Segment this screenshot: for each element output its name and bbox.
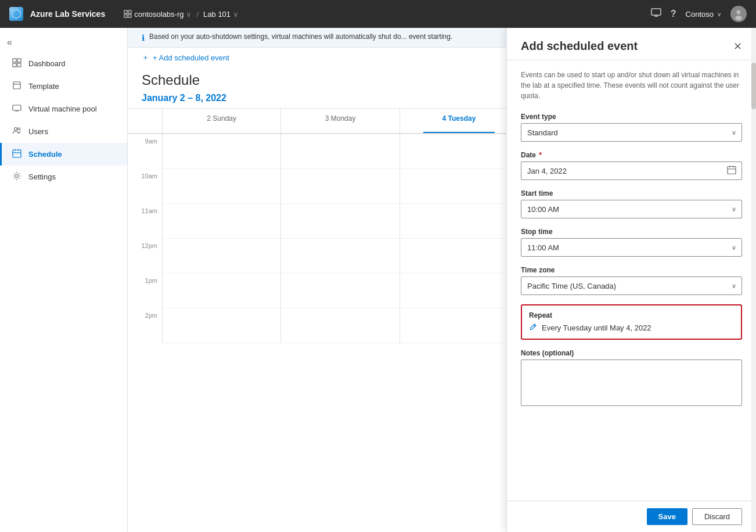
cal-header-monday: 3 Monday bbox=[281, 109, 399, 134]
repeat-edit-icon[interactable] bbox=[529, 323, 537, 333]
cal-cell-mon-9 bbox=[281, 134, 399, 169]
avatar[interactable] bbox=[730, 6, 747, 22]
event-type-value: Standard bbox=[527, 128, 558, 137]
time-2pm: 2pm bbox=[128, 308, 163, 343]
stop-time-select[interactable]: 11:00 AM bbox=[521, 238, 742, 257]
start-time-group: Start time 10:00 AM ∨ bbox=[521, 189, 742, 218]
user-menu[interactable]: Contoso ∨ bbox=[686, 10, 721, 19]
schedule-icon bbox=[11, 149, 23, 160]
timezone-select-wrapper: Pacific Time (US, Canada) ∨ bbox=[521, 276, 742, 295]
stop-time-label: Stop time bbox=[521, 228, 742, 236]
tuesday-label: 4 Tuesday bbox=[442, 114, 476, 123]
save-button[interactable]: Save bbox=[647, 508, 687, 525]
resource-group-link[interactable]: contosolabs-rg bbox=[134, 10, 183, 19]
start-time-label: Start time bbox=[521, 189, 742, 197]
cal-cell-tue-9 bbox=[400, 134, 519, 169]
time-11am: 11am bbox=[128, 204, 163, 239]
time-12pm: 12pm bbox=[128, 239, 163, 274]
repeat-section: Repeat Every Tuesday until May 4, 2022 bbox=[521, 304, 742, 340]
sidebar-collapse-button[interactable]: « bbox=[0, 33, 127, 52]
svg-rect-16 bbox=[13, 105, 21, 110]
start-time-select[interactable]: 10:00 AM bbox=[521, 200, 742, 218]
monday-label: 3 Monday bbox=[325, 114, 356, 123]
cal-cell-mon-10 bbox=[281, 169, 399, 204]
cal-cell-mon-2 bbox=[281, 308, 399, 343]
sidebar-item-settings[interactable]: Settings bbox=[0, 166, 127, 188]
repeat-value-text: Every Tuesday until May 4, 2022 bbox=[542, 323, 651, 332]
main-content: ℹ Based on your auto-shutdown settings, … bbox=[128, 28, 756, 532]
sidebar-item-dashboard[interactable]: Dashboard bbox=[0, 52, 127, 75]
cal-cell-sun-10 bbox=[163, 169, 281, 204]
svg-rect-0 bbox=[124, 10, 127, 13]
date-value: Jan 4, 2022 bbox=[527, 167, 567, 175]
date-group: Date * Jan 4, 2022 bbox=[521, 151, 742, 180]
repeat-value-row: Every Tuesday until May 4, 2022 bbox=[529, 323, 734, 333]
sidebar-item-users[interactable]: Users bbox=[0, 120, 127, 143]
cal-header-empty bbox=[128, 109, 163, 134]
panel-description: Events can be used to start up and/or sh… bbox=[521, 70, 742, 101]
svg-point-19 bbox=[18, 128, 20, 130]
panel-scrollbar-thumb bbox=[751, 63, 756, 109]
svg-point-9 bbox=[735, 16, 742, 20]
time-9am: 9am bbox=[128, 134, 163, 169]
event-type-label: Event type bbox=[521, 113, 742, 121]
cal-cell-tue-12 bbox=[400, 239, 519, 274]
users-label: Users bbox=[28, 127, 48, 136]
cal-cell-mon-12 bbox=[281, 239, 399, 274]
lab-link[interactable]: Lab 101 bbox=[203, 10, 231, 19]
info-icon: ℹ bbox=[142, 33, 145, 42]
topbar: Azure Lab Services contosolabs-rg ∨ / La… bbox=[0, 0, 756, 28]
svg-rect-13 bbox=[17, 63, 21, 67]
help-icon[interactable]: ? bbox=[671, 9, 676, 19]
monitor-icon[interactable] bbox=[651, 8, 661, 20]
cal-cell-mon-1 bbox=[281, 274, 399, 308]
panel-header: Add scheduled event ✕ bbox=[507, 28, 756, 60]
event-type-select[interactable]: Standard bbox=[521, 123, 742, 142]
sidebar-item-template[interactable]: Template bbox=[0, 75, 127, 98]
discard-button[interactable]: Discard bbox=[692, 508, 742, 525]
users-icon bbox=[11, 126, 23, 137]
cal-cell-tue-2 bbox=[400, 308, 519, 343]
time-1pm: 1pm bbox=[128, 274, 163, 308]
template-label: Template bbox=[28, 82, 59, 91]
sidebar-item-vmpool[interactable]: Virtual machine pool bbox=[0, 98, 127, 120]
schedule-label: Schedule bbox=[28, 150, 62, 159]
settings-icon bbox=[11, 171, 23, 182]
dashboard-icon bbox=[11, 58, 23, 69]
svg-rect-11 bbox=[17, 59, 21, 62]
user-chevron: ∨ bbox=[717, 11, 721, 17]
date-input[interactable]: Jan 4, 2022 bbox=[521, 161, 742, 180]
chevron-rg: ∨ bbox=[186, 10, 192, 19]
notes-textarea[interactable] bbox=[521, 360, 742, 406]
timezone-value: Pacific Time (US, Canada) bbox=[527, 282, 616, 290]
template-icon bbox=[11, 81, 23, 92]
cal-cell-sun-2 bbox=[163, 308, 281, 343]
panel-close-button[interactable]: ✕ bbox=[733, 40, 742, 53]
stop-time-group: Stop time 11:00 AM ∨ bbox=[521, 228, 742, 257]
panel-scroll-area: Events can be used to start up and/or sh… bbox=[507, 60, 756, 501]
panel-scrollbar[interactable] bbox=[751, 28, 756, 532]
cal-cell-sun-1 bbox=[163, 274, 281, 308]
svg-rect-12 bbox=[13, 63, 16, 67]
vmpool-icon bbox=[11, 103, 23, 114]
app-logo bbox=[9, 7, 23, 21]
settings-label: Settings bbox=[28, 172, 56, 181]
add-icon: ＋ bbox=[142, 52, 149, 63]
sidebar-item-schedule[interactable]: Schedule bbox=[0, 143, 127, 166]
calendar-icon[interactable] bbox=[727, 166, 736, 177]
start-time-select-wrapper: 10:00 AM ∨ bbox=[521, 200, 742, 218]
cal-cell-tue-10 bbox=[400, 169, 519, 204]
user-name: Contoso bbox=[686, 10, 714, 19]
cal-header-tuesday: 4 Tuesday bbox=[400, 109, 519, 134]
event-type-select-wrapper: Standard ∨ bbox=[521, 123, 742, 142]
svg-point-24 bbox=[16, 175, 19, 178]
cal-header-sunday: 2 Sunday bbox=[163, 109, 281, 134]
svg-point-8 bbox=[737, 10, 741, 15]
app-layout: « Dashboard Template Virtual machine poo… bbox=[0, 28, 756, 532]
timezone-label: Time zone bbox=[521, 266, 742, 274]
notes-group: Notes (optional) bbox=[521, 349, 742, 408]
svg-rect-2 bbox=[124, 15, 127, 17]
svg-rect-1 bbox=[128, 10, 131, 13]
timezone-select[interactable]: Pacific Time (US, Canada) bbox=[521, 276, 742, 295]
info-text: Based on your auto-shutdown settings, vi… bbox=[149, 33, 452, 41]
